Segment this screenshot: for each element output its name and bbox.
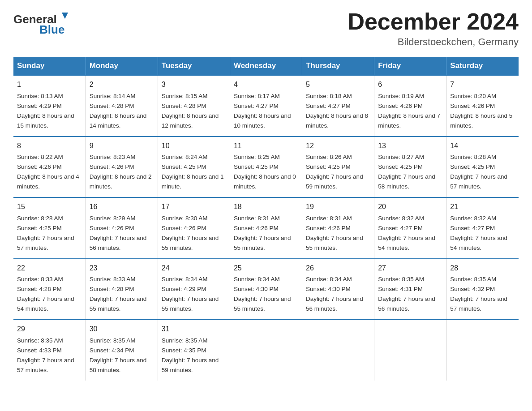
header-monday: Monday (86, 57, 158, 75)
day-number: 24 (162, 263, 226, 274)
day-info: Sunrise: 8:35 AMSunset: 4:32 PMDaylight:… (450, 276, 507, 312)
day-info: Sunrise: 8:13 AMSunset: 4:29 PMDaylight:… (17, 93, 74, 129)
day-info: Sunrise: 8:28 AMSunset: 4:25 PMDaylight:… (17, 215, 74, 251)
calendar-cell: 2Sunrise: 8:14 AMSunset: 4:28 PMDaylight… (86, 75, 158, 136)
calendar-cell: 12Sunrise: 8:26 AMSunset: 4:25 PMDayligh… (302, 137, 374, 197)
calendar-cell: 28Sunrise: 8:35 AMSunset: 4:32 PMDayligh… (446, 259, 519, 320)
day-info: Sunrise: 8:18 AMSunset: 4:27 PMDaylight:… (306, 93, 368, 129)
calendar-cell (446, 320, 519, 380)
calendar-cell: 13Sunrise: 8:27 AMSunset: 4:25 PMDayligh… (374, 137, 446, 197)
day-info: Sunrise: 8:25 AMSunset: 4:25 PMDaylight:… (234, 154, 296, 190)
day-info: Sunrise: 8:31 AMSunset: 4:26 PMDaylight:… (306, 215, 363, 251)
day-info: Sunrise: 8:34 AMSunset: 4:30 PMDaylight:… (306, 276, 363, 312)
logo: General Blue (13, 9, 72, 39)
calendar-cell (302, 320, 374, 380)
svg-text:Blue: Blue (39, 23, 64, 36)
day-number: 29 (17, 324, 82, 335)
calendar-week-row: 29Sunrise: 8:35 AMSunset: 4:33 PMDayligh… (13, 320, 519, 380)
day-number: 9 (90, 141, 154, 152)
calendar-cell: 23Sunrise: 8:33 AMSunset: 4:28 PMDayligh… (86, 259, 158, 320)
day-number: 20 (378, 201, 442, 213)
day-info: Sunrise: 8:24 AMSunset: 4:25 PMDaylight:… (162, 154, 224, 190)
calendar-cell: 9Sunrise: 8:23 AMSunset: 4:26 PMDaylight… (86, 137, 158, 197)
day-info: Sunrise: 8:28 AMSunset: 4:25 PMDaylight:… (450, 154, 507, 190)
day-number: 4 (234, 79, 298, 90)
calendar-table: SundayMondayTuesdayWednesdayThursdayFrid… (13, 57, 519, 380)
calendar-cell: 14Sunrise: 8:28 AMSunset: 4:25 PMDayligh… (446, 137, 519, 197)
day-info: Sunrise: 8:32 AMSunset: 4:27 PMDaylight:… (450, 215, 507, 251)
day-info: Sunrise: 8:35 AMSunset: 4:31 PMDaylight:… (378, 276, 435, 312)
title-block: December 2024 Bilderstoeckchen, Germany (348, 9, 519, 48)
day-info: Sunrise: 8:19 AMSunset: 4:26 PMDaylight:… (378, 93, 440, 129)
day-info: Sunrise: 8:31 AMSunset: 4:26 PMDaylight:… (234, 215, 291, 251)
svg-marker-1 (62, 13, 68, 19)
calendar-cell: 10Sunrise: 8:24 AMSunset: 4:25 PMDayligh… (158, 137, 230, 197)
calendar-cell: 25Sunrise: 8:34 AMSunset: 4:30 PMDayligh… (230, 259, 302, 320)
calendar-cell: 15Sunrise: 8:28 AMSunset: 4:25 PMDayligh… (13, 197, 86, 258)
calendar-cell: 17Sunrise: 8:30 AMSunset: 4:26 PMDayligh… (158, 197, 230, 258)
day-info: Sunrise: 8:32 AMSunset: 4:27 PMDaylight:… (378, 215, 435, 251)
calendar-cell: 7Sunrise: 8:20 AMSunset: 4:26 PMDaylight… (446, 75, 519, 136)
day-info: Sunrise: 8:30 AMSunset: 4:26 PMDaylight:… (162, 215, 219, 251)
day-number: 1 (17, 79, 82, 90)
calendar-cell: 16Sunrise: 8:29 AMSunset: 4:26 PMDayligh… (86, 197, 158, 258)
day-info: Sunrise: 8:33 AMSunset: 4:28 PMDaylight:… (17, 276, 74, 312)
day-number: 11 (234, 141, 298, 152)
calendar-cell: 21Sunrise: 8:32 AMSunset: 4:27 PMDayligh… (446, 197, 519, 258)
calendar-cell: 5Sunrise: 8:18 AMSunset: 4:27 PMDaylight… (302, 75, 374, 136)
page-header: General Blue December 2024 Bilderstoeckc… (13, 9, 519, 48)
calendar-week-row: 1Sunrise: 8:13 AMSunset: 4:29 PMDaylight… (13, 75, 519, 136)
day-number: 25 (234, 263, 298, 274)
day-number: 27 (378, 263, 442, 274)
calendar-cell: 30Sunrise: 8:35 AMSunset: 4:34 PMDayligh… (86, 320, 158, 380)
day-number: 6 (378, 79, 442, 90)
day-number: 19 (306, 201, 370, 213)
day-info: Sunrise: 8:22 AMSunset: 4:26 PMDaylight:… (17, 154, 79, 190)
calendar-cell: 1Sunrise: 8:13 AMSunset: 4:29 PMDaylight… (13, 75, 86, 136)
day-number: 31 (162, 324, 226, 335)
logo-graphic: General Blue (13, 9, 72, 38)
calendar-cell: 27Sunrise: 8:35 AMSunset: 4:31 PMDayligh… (374, 259, 446, 320)
day-number: 28 (450, 263, 515, 274)
calendar-cell: 29Sunrise: 8:35 AMSunset: 4:33 PMDayligh… (13, 320, 86, 380)
header-tuesday: Tuesday (158, 57, 230, 75)
calendar-cell (230, 320, 302, 380)
day-info: Sunrise: 8:26 AMSunset: 4:25 PMDaylight:… (306, 154, 363, 190)
day-info: Sunrise: 8:33 AMSunset: 4:28 PMDaylight:… (90, 276, 147, 312)
calendar-cell: 22Sunrise: 8:33 AMSunset: 4:28 PMDayligh… (13, 259, 86, 320)
day-info: Sunrise: 8:14 AMSunset: 4:28 PMDaylight:… (90, 93, 147, 129)
calendar-cell: 8Sunrise: 8:22 AMSunset: 4:26 PMDaylight… (13, 137, 86, 197)
day-info: Sunrise: 8:35 AMSunset: 4:33 PMDaylight:… (17, 337, 74, 373)
day-number: 14 (450, 141, 515, 152)
calendar-cell: 18Sunrise: 8:31 AMSunset: 4:26 PMDayligh… (230, 197, 302, 258)
calendar-cell: 4Sunrise: 8:17 AMSunset: 4:27 PMDaylight… (230, 75, 302, 136)
calendar-cell: 24Sunrise: 8:34 AMSunset: 4:29 PMDayligh… (158, 259, 230, 320)
day-number: 18 (234, 201, 298, 213)
day-number: 22 (17, 263, 82, 274)
calendar-cell: 3Sunrise: 8:15 AMSunset: 4:28 PMDaylight… (158, 75, 230, 136)
calendar-cell: 20Sunrise: 8:32 AMSunset: 4:27 PMDayligh… (374, 197, 446, 258)
day-number: 16 (90, 201, 154, 213)
day-info: Sunrise: 8:15 AMSunset: 4:28 PMDaylight:… (162, 93, 219, 129)
header-saturday: Saturday (446, 57, 519, 75)
calendar-cell: 11Sunrise: 8:25 AMSunset: 4:25 PMDayligh… (230, 137, 302, 197)
day-info: Sunrise: 8:17 AMSunset: 4:27 PMDaylight:… (234, 93, 291, 129)
calendar-week-row: 15Sunrise: 8:28 AMSunset: 4:25 PMDayligh… (13, 197, 519, 258)
page-title: December 2024 (348, 9, 519, 34)
day-number: 7 (450, 79, 515, 90)
day-info: Sunrise: 8:29 AMSunset: 4:26 PMDaylight:… (90, 215, 147, 251)
day-info: Sunrise: 8:27 AMSunset: 4:25 PMDaylight:… (378, 154, 435, 190)
day-number: 3 (162, 79, 226, 90)
day-number: 5 (306, 79, 370, 90)
calendar-week-row: 8Sunrise: 8:22 AMSunset: 4:26 PMDaylight… (13, 137, 519, 197)
day-number: 12 (306, 141, 370, 152)
day-info: Sunrise: 8:35 AMSunset: 4:34 PMDaylight:… (90, 337, 147, 373)
day-number: 2 (90, 79, 154, 90)
day-info: Sunrise: 8:34 AMSunset: 4:30 PMDaylight:… (234, 276, 291, 312)
calendar-header-row: SundayMondayTuesdayWednesdayThursdayFrid… (13, 57, 519, 75)
calendar-cell: 6Sunrise: 8:19 AMSunset: 4:26 PMDaylight… (374, 75, 446, 136)
calendar-week-row: 22Sunrise: 8:33 AMSunset: 4:28 PMDayligh… (13, 259, 519, 320)
day-number: 13 (378, 141, 442, 152)
calendar-cell: 19Sunrise: 8:31 AMSunset: 4:26 PMDayligh… (302, 197, 374, 258)
day-info: Sunrise: 8:34 AMSunset: 4:29 PMDaylight:… (162, 276, 219, 312)
